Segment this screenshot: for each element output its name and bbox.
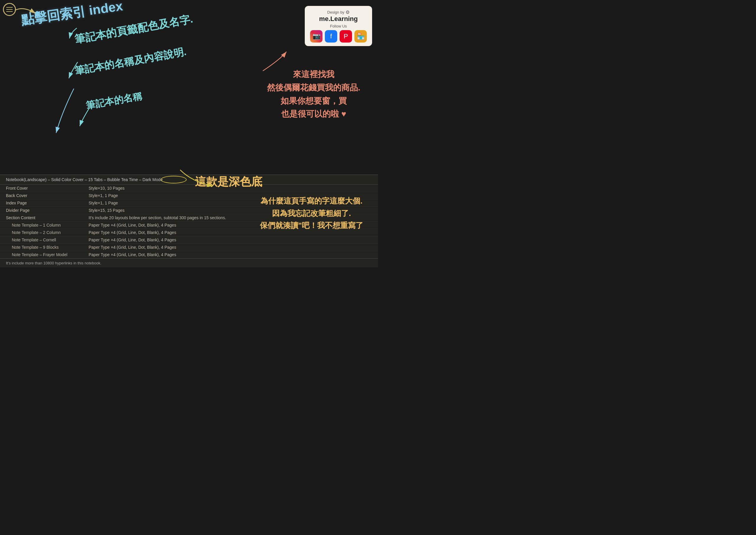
annotation-index-click: 點擊回索引 index [20,0,124,29]
row-note-frayer: Note Template – Frayer Model Paper Type … [0,251,378,259]
branding-box: Design by ⚙ me.Learning Follow Us 📷 f P … [305,6,372,46]
row-label-note-frayer: Note Template – Frayer Model [6,252,89,257]
follow-us-label: Follow Us [310,24,367,28]
store-icon[interactable]: 🏪 [354,30,367,42]
hamburger-line-1 [6,7,13,8]
annotation-notebook-label: 筆記本的名稱 [85,90,143,113]
annotation-notebook-names: 筆記本的名稱及內容說明. [73,45,188,78]
instagram-icon[interactable]: 📷 [310,30,322,42]
row-value-note-frayer: Paper Type ×4 (Grid, Line, Dot, Blank), … [89,252,372,257]
index-footer: It's include more than 10800 hyperlinks … [0,259,378,268]
index-header: Notebook(Landscape) – Solid Color Cover … [0,175,378,184]
row-front-cover: Front Cover Style×10, 10 Pages [0,184,378,192]
hamburger-icon[interactable] [3,3,16,16]
social-icons-row: 📷 f P 🏪 [310,30,367,42]
row-label-note-cornell: Note Template – Cornell [6,238,89,242]
row-label-note-1col: Note Template – 1 Column [6,223,89,227]
row-value-note-cornell: Paper Type ×4 (Grid, Line, Dot, Blank), … [89,238,372,242]
row-label-front-cover: Front Cover [6,186,89,190]
row-label-note-2col: Note Template – 2 Column [6,230,89,235]
dark-mode-circle [161,176,187,183]
row-note-9blocks: Note Template – 9 Blocks Paper Type ×4 (… [0,244,378,251]
hamburger-line-2 [6,9,13,10]
branding-name: me.Learning [310,15,367,23]
arrow-to-notebook [39,83,97,142]
row-label-index-page: Index Page [6,201,89,205]
annotation-dark-mode: 這款是深色底 [195,174,262,189]
index-header-text: Notebook(Landscape) – Solid Color Cover … [6,177,163,182]
row-label-back-cover: Back Cover [6,193,89,198]
row-value-note-9blocks: Paper Type ×4 (Grid, Line, Dot, Blank), … [89,245,372,250]
annotation-large-text: 為什麼這頁手寫的字這麼大個. 因為我忘記改筆粗細了. 保們就湊讀"吧！我不想重寫… [260,195,363,232]
row-label-note-9blocks: Note Template – 9 Blocks [6,245,89,250]
hamburger-line-3 [6,11,13,12]
row-label-section-content: Section Content [6,215,89,220]
gear-icon: ⚙ [345,10,350,15]
annotation-right-text: 來這裡找我 然後偶爾花錢買我的商品. 如果你想要窗，買 也是很可以的啦 ♥ [267,68,360,121]
pinterest-icon[interactable]: P [339,30,352,42]
facebook-icon[interactable]: f [325,30,337,42]
row-note-cornell: Note Template – Cornell Paper Type ×4 (G… [0,236,378,244]
branding-design-by: Design by ⚙ [310,10,367,15]
row-label-divider-page: Divider Page [6,208,89,213]
